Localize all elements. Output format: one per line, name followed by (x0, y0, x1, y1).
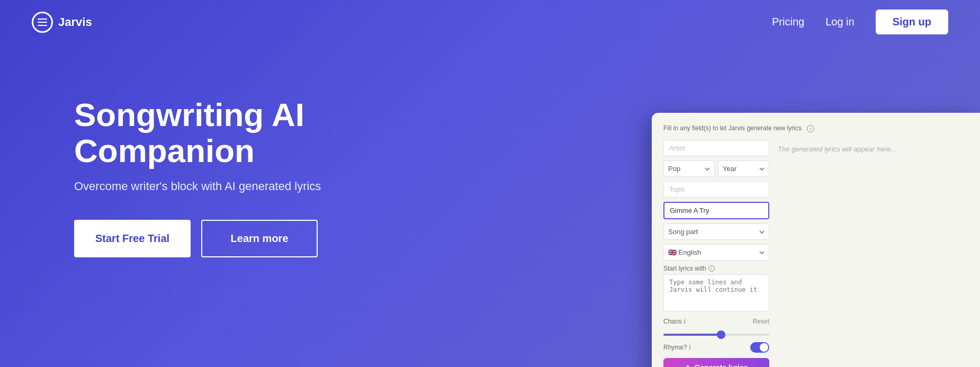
start-lyrics-label-row: Start lyrics with i (663, 265, 769, 272)
hint-info-icon[interactable]: i (807, 125, 814, 132)
app-mockup: Fill in any field(s) to let Jarvis gener… (652, 113, 980, 367)
chaos-info-icon[interactable]: i (684, 318, 686, 325)
rhyme-info-icon[interactable]: i (689, 344, 691, 351)
logo-name: Jarvis (58, 15, 92, 29)
hero-subtitle: Overcome writer's block with AI generate… (74, 180, 445, 193)
song-part-select[interactable]: Song part (663, 223, 769, 240)
reset-link[interactable]: Reset (753, 318, 769, 325)
mockup-output: The generated lyrics will appear here... (778, 140, 968, 367)
output-placeholder: The generated lyrics will appear here... (778, 145, 968, 153)
generate-label: Generate lyrics (694, 363, 748, 367)
login-link[interactable]: Log in (825, 16, 855, 28)
year-select[interactable]: Year (718, 160, 769, 177)
language-select[interactable]: 🇬🇧 English (663, 244, 769, 261)
mockup-body: Pop Year Song part 🇬🇧 English (663, 140, 968, 367)
mockup-hint: Fill in any field(s) to let Jarvis gener… (663, 124, 968, 132)
logo-area: Jarvis (32, 12, 92, 33)
rhyme-label: Rhyme? i (663, 344, 690, 351)
rhyme-row: Rhyme? i (663, 342, 769, 353)
start-trial-button[interactable]: Start Free Trial (74, 220, 191, 257)
start-lyrics-info-icon[interactable]: i (708, 265, 715, 272)
main-nav: Pricing Log in Sign up (772, 10, 948, 34)
genre-select[interactable]: Pop (663, 160, 715, 177)
hero-title: Songwriting AI Companion (74, 97, 445, 169)
hero-buttons: Start Free Trial Learn more (74, 220, 445, 257)
pricing-link[interactable]: Pricing (772, 16, 804, 28)
title-input[interactable] (663, 202, 769, 219)
header: Jarvis Pricing Log in Sign up (0, 0, 980, 44)
chaos-row: Chaos i Reset (663, 318, 769, 325)
signup-button[interactable]: Sign up (876, 10, 948, 34)
start-lyrics-textarea[interactable] (663, 274, 769, 311)
chaos-slider-container (663, 328, 769, 338)
sparkle-icon: ✦ (685, 363, 691, 367)
chaos-slider[interactable] (663, 334, 769, 336)
learn-more-button[interactable]: Learn more (201, 220, 318, 257)
logo-icon (32, 12, 53, 33)
hero-text: Songwriting AI Companion Overcome writer… (74, 65, 445, 257)
topic-input[interactable] (663, 181, 769, 198)
mockup-form: Pop Year Song part 🇬🇧 English (663, 140, 769, 367)
hero-section: Songwriting AI Companion Overcome writer… (0, 44, 980, 257)
artist-input[interactable] (663, 140, 769, 156)
rhyme-toggle[interactable] (750, 342, 769, 353)
chaos-label: Chaos i (663, 318, 685, 325)
genre-year-row: Pop Year (663, 160, 769, 177)
generate-button[interactable]: ✦ Generate lyrics (663, 358, 769, 367)
